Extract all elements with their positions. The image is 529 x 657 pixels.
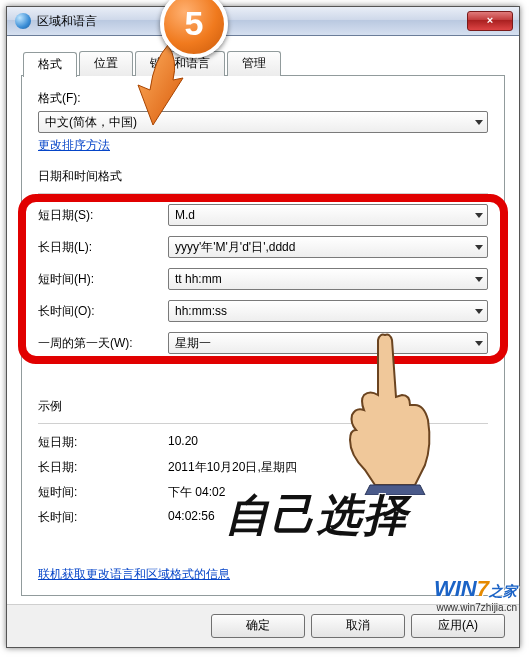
format-label: 格式(F): (38, 90, 488, 107)
format-select[interactable]: 中文(简体，中国) (38, 111, 488, 133)
example-long-date-value: 2011年10月20日,星期四 (168, 459, 297, 476)
example-header: 示例 (38, 398, 488, 415)
example-long-time-value: 04:02:56 (168, 509, 215, 526)
ok-button[interactable]: 确定 (211, 614, 305, 638)
chevron-down-icon (475, 245, 483, 250)
datetime-header: 日期和时间格式 (38, 168, 488, 185)
tab-format[interactable]: 格式 (23, 52, 77, 77)
row-short-time: 短时间(H): tt hh:mm (38, 268, 488, 290)
window-title: 区域和语言 (37, 13, 97, 30)
long-date-select[interactable]: yyyy'年'M'月'd'日',dddd (168, 236, 488, 258)
online-help-link[interactable]: 联机获取更改语言和区域格式的信息 (38, 567, 230, 581)
chevron-down-icon (475, 341, 483, 346)
short-time-value: tt hh:mm (175, 272, 222, 286)
short-date-select[interactable]: M.d (168, 204, 488, 226)
globe-icon (15, 13, 31, 29)
row-long-time: 长时间(O): hh:mm:ss (38, 300, 488, 322)
button-bar: 确定 取消 应用(A) (7, 604, 519, 647)
example-short-date-value: 10.20 (168, 434, 198, 451)
chevron-down-icon (475, 309, 483, 314)
example-short-time-label: 短时间: (38, 484, 168, 501)
short-date-label: 短日期(S): (38, 207, 168, 224)
row-long-date: 长日期(L): yyyy'年'M'月'd'日',dddd (38, 236, 488, 258)
chevron-down-icon (475, 120, 483, 125)
long-date-value: yyyy'年'M'月'd'日',dddd (175, 239, 295, 256)
format-select-value: 中文(简体，中国) (45, 114, 137, 131)
short-time-select[interactable]: tt hh:mm (168, 268, 488, 290)
row-short-date: 短日期(S): M.d (38, 204, 488, 226)
long-date-label: 长日期(L): (38, 239, 168, 256)
long-time-value: hh:mm:ss (175, 304, 227, 318)
apply-button[interactable]: 应用(A) (411, 614, 505, 638)
tab-location[interactable]: 位置 (79, 51, 133, 76)
dialog-window: 区域和语言 × 格式 位置 键盘和语言 管理 格式(F): 中文(简体，中国) … (6, 6, 520, 648)
close-button[interactable]: × (467, 11, 513, 31)
close-icon: × (487, 14, 493, 26)
divider (38, 423, 488, 424)
cancel-button[interactable]: 取消 (311, 614, 405, 638)
first-day-value: 星期一 (175, 335, 211, 352)
annotation-text: 自己选择 (225, 486, 409, 545)
example-short-date-label: 短日期: (38, 434, 168, 451)
first-day-label: 一周的第一天(W): (38, 335, 168, 352)
titlebar: 区域和语言 × (7, 7, 519, 36)
example-short-time-value: 下午 04:02 (168, 484, 225, 501)
long-time-label: 长时间(O): (38, 303, 168, 320)
first-day-select[interactable]: 星期一 (168, 332, 488, 354)
divider (38, 193, 488, 194)
short-time-label: 短时间(H): (38, 271, 168, 288)
example-short-date: 短日期: 10.20 (38, 434, 488, 451)
short-date-value: M.d (175, 208, 195, 222)
example-long-date-label: 长日期: (38, 459, 168, 476)
chevron-down-icon (475, 213, 483, 218)
long-time-select[interactable]: hh:mm:ss (168, 300, 488, 322)
example-long-date: 长日期: 2011年10月20日,星期四 (38, 459, 488, 476)
row-first-day: 一周的第一天(W): 星期一 (38, 332, 488, 354)
sort-method-link[interactable]: 更改排序方法 (38, 138, 110, 152)
tab-strip: 格式 位置 键盘和语言 管理 (23, 51, 511, 76)
chevron-down-icon (475, 277, 483, 282)
example-long-time-label: 长时间: (38, 509, 168, 526)
tab-admin[interactable]: 管理 (227, 51, 281, 76)
